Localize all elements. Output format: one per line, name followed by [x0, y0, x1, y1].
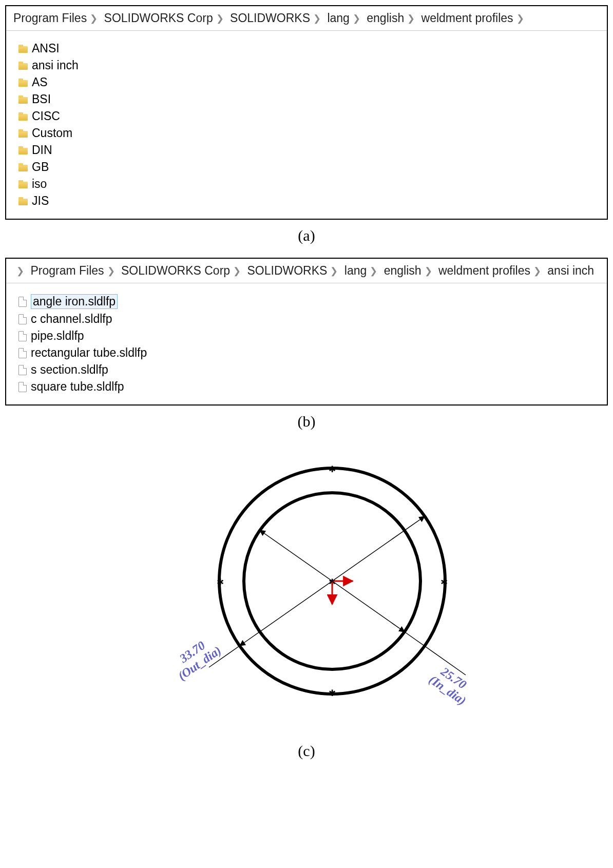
chevron-right-icon: ❯: [422, 265, 435, 277]
file-icon: [18, 382, 27, 392]
folder-row[interactable]: BSI: [18, 91, 600, 108]
svg-text:33.70
      (Out_dia): 33.70 (Out_dia): [168, 632, 223, 683]
breadcrumb[interactable]: ❯ Program Files❯ SOLIDWORKS Corp❯ SOLIDW…: [6, 259, 607, 283]
crumb[interactable]: SOLIDWORKS: [247, 264, 327, 278]
folder-label: GB: [32, 160, 49, 174]
crumb[interactable]: SOLIDWORKS Corp: [104, 11, 213, 25]
folder-row[interactable]: DIN: [18, 142, 600, 159]
svg-text:✱: ✱: [440, 575, 447, 588]
file-label: square tube.sldlfp: [31, 380, 124, 394]
chevron-right-icon: ❯: [327, 265, 341, 277]
file-icon: [18, 331, 27, 341]
file-row[interactable]: s section.sldlfp: [18, 361, 600, 378]
folder-row[interactable]: AS: [18, 74, 600, 91]
outer-diameter-dimension: 33.70 (Out_dia): [168, 516, 425, 683]
folder-row[interactable]: JIS: [18, 192, 600, 209]
folder-icon: [18, 112, 28, 121]
folder-icon: [18, 62, 28, 70]
folder-row[interactable]: CISC: [18, 108, 600, 125]
crumb[interactable]: SOLIDWORKS Corp: [121, 264, 230, 278]
pipe-sketch: ✱ ✱ ✱ ✱ ✱ 33.70 (Out_dia) 25.70 (In_dia): [5, 443, 608, 735]
svg-text:25.70
      (In_dia): 25.70 (In_dia): [427, 662, 476, 707]
chevron-right-icon: ❯: [310, 13, 324, 24]
file-label: rectangular tube.sldlfp: [31, 346, 147, 360]
chevron-right-icon: ❯: [404, 13, 418, 24]
folder-icon: [18, 180, 28, 188]
breadcrumb[interactable]: Program Files❯ SOLIDWORKS Corp❯ SOLIDWOR…: [6, 6, 607, 31]
folder-icon: [18, 45, 28, 53]
svg-line-13: [405, 632, 466, 675]
folder-list: ANSI ansi inch AS BSI CISC Custom DIN GB…: [6, 31, 607, 219]
file-row[interactable]: pipe.sldlfp: [18, 327, 600, 344]
folder-label: iso: [32, 177, 47, 191]
chevron-right-icon: ❯: [13, 265, 27, 277]
folder-label: JIS: [32, 194, 49, 208]
file-row[interactable]: angle iron.sldlfp: [18, 293, 600, 311]
folder-label: ansi inch: [32, 59, 79, 72]
chevron-right-icon: ❯: [87, 13, 101, 24]
svg-text:✱: ✱: [329, 686, 335, 699]
folder-icon: [18, 146, 28, 155]
chevron-right-icon: ❯: [350, 13, 363, 24]
folder-label: Custom: [32, 126, 72, 140]
caption-b: (b): [5, 406, 608, 443]
file-label: pipe.sldlfp: [31, 329, 84, 343]
chevron-right-icon: ❯: [213, 13, 227, 24]
file-label: angle iron.sldlfp: [31, 294, 118, 309]
folder-label: BSI: [32, 92, 51, 106]
folder-label: ANSI: [32, 42, 60, 55]
file-list: angle iron.sldlfp c channel.sldlfp pipe.…: [6, 283, 607, 404]
file-row[interactable]: rectangular tube.sldlfp: [18, 344, 600, 361]
file-icon: [18, 314, 27, 324]
caption-c: (c): [5, 735, 608, 773]
folder-row[interactable]: ANSI: [18, 40, 600, 57]
crumb[interactable]: ansi inch: [547, 264, 594, 278]
crumb[interactable]: Program Files: [30, 264, 104, 278]
crumb[interactable]: lang: [327, 11, 349, 25]
folder-icon: [18, 163, 28, 171]
caption-a: (a): [5, 220, 608, 258]
explorer-panel-a: Program Files❯ SOLIDWORKS Corp❯ SOLIDWOR…: [5, 5, 608, 220]
crumb[interactable]: english: [367, 11, 404, 25]
crumb[interactable]: weldment profiles: [422, 11, 513, 25]
folder-icon: [18, 95, 28, 104]
file-label: c channel.sldlfp: [31, 312, 112, 326]
folder-icon: [18, 79, 28, 87]
svg-text:✱: ✱: [217, 575, 223, 588]
crumb[interactable]: weldment profiles: [438, 264, 530, 278]
chevron-right-icon: ❯: [367, 265, 380, 277]
file-icon: [18, 297, 27, 307]
file-row[interactable]: square tube.sldlfp: [18, 378, 600, 395]
file-label: s section.sldlfp: [31, 363, 108, 377]
crumb[interactable]: english: [384, 264, 422, 278]
folder-icon: [18, 129, 28, 138]
svg-text:✱: ✱: [329, 462, 335, 475]
folder-row[interactable]: Custom: [18, 125, 600, 142]
file-row[interactable]: c channel.sldlfp: [18, 311, 600, 327]
folder-icon: [18, 197, 28, 205]
folder-label: AS: [32, 75, 48, 89]
chevron-right-icon: ❯: [530, 265, 544, 277]
crumb[interactable]: Program Files: [13, 11, 87, 25]
chevron-right-icon: ❯: [230, 265, 244, 277]
explorer-panel-b: ❯ Program Files❯ SOLIDWORKS Corp❯ SOLIDW…: [5, 258, 608, 406]
file-icon: [18, 365, 27, 375]
folder-row[interactable]: GB: [18, 159, 600, 176]
file-icon: [18, 348, 27, 358]
chevron-right-icon: ❯: [104, 265, 118, 277]
folder-row[interactable]: ansi inch: [18, 57, 600, 74]
folder-label: DIN: [32, 143, 52, 157]
chevron-right-icon: ❯: [513, 13, 527, 24]
folder-row[interactable]: iso: [18, 176, 600, 192]
folder-label: CISC: [32, 109, 60, 123]
crumb[interactable]: SOLIDWORKS: [230, 11, 310, 25]
crumb[interactable]: lang: [344, 264, 367, 278]
